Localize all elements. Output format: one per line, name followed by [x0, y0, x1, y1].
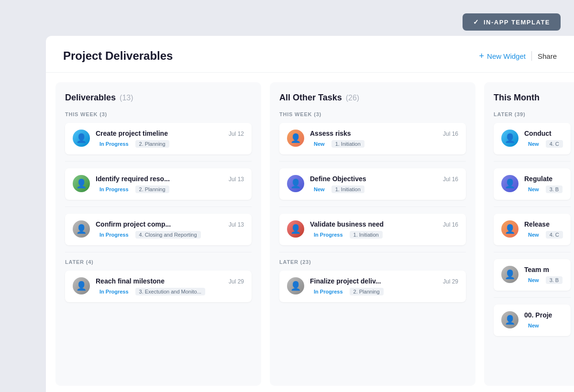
task-card[interactable]: 👤ConductNew4. C: [494, 123, 571, 154]
new-widget-label: New Widget: [487, 52, 526, 60]
section-label-deliverables-1: LATER (4): [65, 259, 252, 265]
avatar-icon: 👤: [505, 175, 515, 192]
avatar-icon: 👤: [76, 130, 87, 147]
check-icon: ✓: [473, 18, 480, 26]
avatar-icon: 👤: [290, 175, 301, 192]
column-title-all-other-tasks: All Other Tasks: [279, 93, 342, 103]
task-status-tag: New: [524, 185, 543, 193]
task-status-tag: In Progress: [96, 231, 132, 239]
task-divider: [494, 297, 571, 298]
task-category-tag: 1. Initiation: [331, 140, 364, 148]
avatar: 👤: [287, 277, 304, 294]
header-actions: + New Widget Share: [479, 51, 557, 61]
avatar: 👤: [287, 130, 304, 147]
task-info: Assess risksJul 16New1. Initiation: [310, 130, 458, 148]
task-date: Jul 29: [443, 278, 458, 285]
task-divider: [279, 161, 466, 162]
column-all-other-tasks: All Other Tasks(26)THIS WEEK (3)👤Assess …: [270, 82, 475, 386]
page-header: Project Deliverables + New Widget Share: [46, 36, 574, 73]
section-label-all-other-tasks-1: LATER (23): [279, 259, 466, 265]
task-status-tag: New: [524, 276, 543, 284]
task-category-tag: 2. Planning: [135, 185, 169, 193]
task-card[interactable]: 👤00. ProjeNew: [494, 305, 571, 336]
task-info: Create project timelineJul 12In Progress…: [96, 130, 244, 148]
template-badge: ✓ IN-APP TEMPLATE: [463, 13, 561, 31]
task-name: Validate business need: [310, 220, 384, 228]
avatar: 👤: [287, 220, 304, 238]
section-divider: [65, 252, 252, 252]
task-date: Jul 16: [443, 131, 458, 137]
task-card[interactable]: 👤Finalize project deliv...Jul 29In Progr…: [279, 271, 466, 302]
task-status-tag: In Progress: [310, 231, 347, 239]
share-button[interactable]: Share: [538, 52, 557, 60]
avatar: 👤: [73, 277, 90, 294]
task-category-tag: 4. C: [546, 140, 563, 148]
task-card[interactable]: 👤Reach final milestoneJul 29In Progress3…: [65, 271, 252, 302]
task-status-tag: In Progress: [96, 185, 132, 193]
task-status-tag: New: [524, 322, 543, 329]
avatar: 👤: [501, 130, 519, 147]
avatar: 👤: [501, 266, 519, 283]
avatar-icon: 👤: [76, 175, 87, 192]
task-card[interactable]: 👤ReleaseNew4. C: [494, 214, 571, 245]
task-name: Team m: [524, 266, 549, 273]
task-category-tag: 3. B: [546, 185, 563, 193]
task-name: Define Objectives: [310, 175, 366, 183]
task-card[interactable]: 👤Team mNew3. B: [494, 259, 571, 291]
task-name: Regulate: [524, 175, 552, 183]
task-divider: [65, 207, 252, 207]
column-header-this-month: This Month: [494, 93, 571, 103]
avatar-icon: 👤: [290, 130, 301, 147]
avatar-icon: 👤: [290, 220, 301, 238]
task-card[interactable]: 👤RegulateNew3. B: [494, 168, 571, 200]
column-header-deliverables: Deliverables(13): [65, 93, 252, 103]
task-info: Validate business needJul 16In Progress1…: [310, 220, 458, 239]
task-date: Jul 16: [443, 176, 458, 183]
task-info: ConductNew4. C: [524, 130, 563, 148]
task-date: Jul 12: [229, 131, 244, 137]
task-divider: [279, 207, 466, 207]
avatar-icon: 👤: [290, 277, 301, 294]
task-info: Identify required reso...Jul 13In Progre…: [96, 175, 244, 193]
task-date: Jul 13: [229, 221, 244, 228]
task-card[interactable]: 👤Create project timelineJul 12In Progres…: [65, 123, 252, 154]
column-title-this-month: This Month: [494, 93, 540, 103]
column-this-month: This MonthLATER (39)👤ConductNew4. C👤Regu…: [484, 82, 574, 386]
header-divider: [531, 51, 532, 61]
avatar: 👤: [501, 220, 519, 238]
task-info: 00. ProjeNew: [524, 311, 563, 329]
column-count-all-other-tasks: (26): [346, 94, 359, 102]
task-card[interactable]: 👤Validate business needJul 16In Progress…: [279, 214, 466, 245]
task-divider: [494, 252, 571, 252]
task-date: Jul 13: [229, 176, 244, 183]
column-deliverables: Deliverables(13)THIS WEEK (3)👤Create pro…: [55, 82, 261, 386]
task-category-tag: 3. B: [546, 276, 563, 284]
task-status-tag: In Progress: [310, 288, 347, 295]
task-divider: [494, 161, 571, 162]
task-card[interactable]: 👤Define ObjectivesJul 16New1. Initiation: [279, 168, 466, 200]
task-status-tag: In Progress: [96, 288, 132, 295]
avatar-icon: 👤: [505, 220, 515, 238]
task-card[interactable]: 👤Assess risksJul 16New1. Initiation: [279, 123, 466, 154]
new-widget-button[interactable]: + New Widget: [479, 51, 526, 61]
task-name: Conduct: [524, 130, 552, 137]
task-category-tag: 4. Closing and Reporting: [135, 231, 201, 239]
avatar-icon: 👤: [505, 266, 515, 283]
task-status-tag: New: [524, 140, 543, 148]
task-info: Team mNew3. B: [524, 266, 563, 284]
task-category-tag: 1. Initiation: [350, 231, 383, 239]
avatar-icon: 👤: [505, 311, 515, 328]
task-divider: [65, 161, 252, 162]
task-name: Identify required reso...: [96, 175, 170, 183]
page-title: Project Deliverables: [63, 49, 173, 63]
task-card[interactable]: 👤Confirm project comp...Jul 13In Progres…: [65, 214, 252, 245]
task-info: Finalize project deliv...Jul 29In Progre…: [310, 277, 458, 295]
avatar: 👤: [287, 175, 304, 192]
task-card[interactable]: 👤Identify required reso...Jul 13In Progr…: [65, 168, 252, 200]
section-label-all-other-tasks-0: THIS WEEK (3): [279, 111, 466, 117]
section-label-deliverables-0: THIS WEEK (3): [65, 111, 252, 117]
task-status-tag: In Progress: [96, 140, 132, 148]
task-name: Release: [524, 220, 550, 228]
avatar: 👤: [501, 175, 519, 192]
task-category-tag: 1. Initiation: [331, 185, 364, 193]
